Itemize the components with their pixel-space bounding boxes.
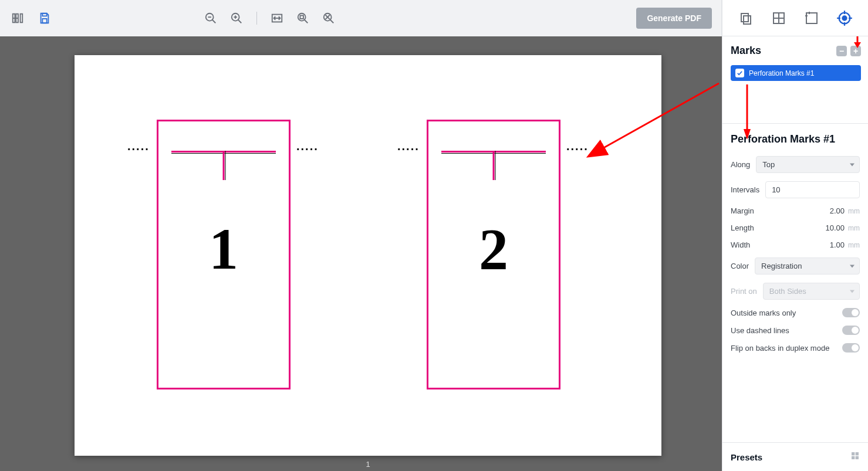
page-box-number: 1 [158, 215, 289, 283]
length-value[interactable]: 10.00 [821, 223, 845, 232]
perforation-dots: ..... [127, 140, 150, 153]
page-box-number: 2 [428, 215, 559, 283]
canvas-area[interactable]: ..... ..... ..... ..... 1 2 1 [0, 36, 722, 471]
page-number-label: 1 [75, 460, 661, 469]
sheet: ..... ..... ..... ..... 1 2 1 [75, 55, 661, 456]
remove-mark-button[interactable]: − [836, 46, 847, 56]
mark-item-label: Perforation Marks #1 [749, 69, 814, 77]
main-toolbar: Generate PDF [0, 0, 722, 36]
page-box: 2 [427, 120, 560, 389]
color-select[interactable]: Registration [755, 257, 860, 275]
presets-label: Presets [731, 452, 762, 462]
marks-panel-title: Marks [731, 45, 761, 57]
zoom-reset-icon[interactable] [320, 10, 337, 26]
svg-rect-28 [806, 13, 817, 23]
color-label: Color [731, 262, 749, 270]
along-label: Along [731, 160, 750, 169]
outside-toggle[interactable] [842, 308, 860, 317]
svg-point-32 [843, 16, 847, 20]
presets-section[interactable]: Presets [722, 442, 868, 471]
zoom-actual-icon[interactable] [295, 10, 311, 26]
flip-label: Flip on backs in duplex mode [731, 344, 829, 353]
save-icon[interactable] [36, 10, 53, 26]
svg-rect-5 [42, 19, 46, 23]
perforation-line-vertical [493, 151, 495, 180]
along-select[interactable]: Top [756, 156, 860, 173]
layout-tab-icon[interactable] [769, 9, 788, 28]
dashed-toggle[interactable] [842, 326, 860, 335]
marks-panel: Marks − + Perforation Marks #1 [722, 36, 868, 123]
svg-rect-39 [852, 456, 855, 459]
svg-rect-3 [21, 14, 23, 23]
svg-line-19 [330, 20, 334, 23]
width-value[interactable]: 1.00 [821, 240, 845, 249]
intervals-input[interactable]: 10 [765, 181, 860, 198]
perforation-dots: ..... [397, 140, 420, 153]
svg-rect-40 [856, 456, 859, 459]
print-on-select: Both Sides [763, 283, 860, 300]
outside-label: Outside marks only [731, 309, 796, 317]
add-mark-button[interactable]: + [850, 46, 861, 56]
length-unit: mm [848, 224, 860, 232]
mark-properties-panel: Perforation Marks #1 Along Top Intervals… [722, 124, 868, 442]
collate-icon[interactable] [9, 10, 26, 26]
mark-list-item[interactable]: Perforation Marks #1 [731, 65, 861, 81]
page-box: 1 [157, 120, 291, 389]
svg-rect-23 [741, 13, 748, 22]
width-unit: mm [848, 241, 860, 249]
print-on-label: Print on [731, 287, 757, 296]
svg-line-16 [305, 20, 308, 23]
zoom-in-icon[interactable] [228, 10, 245, 26]
dashed-label: Use dashed lines [731, 326, 789, 335]
svg-rect-37 [852, 452, 855, 455]
fit-width-icon[interactable] [269, 10, 285, 26]
width-label: Width [731, 240, 750, 249]
zoom-out-icon[interactable] [202, 10, 219, 26]
margin-label: Margin [731, 206, 754, 215]
margin-unit: mm [848, 207, 860, 215]
svg-rect-4 [42, 13, 46, 16]
perforation-dots: ..... [566, 140, 589, 153]
perforation-line-vertical [223, 151, 225, 180]
svg-rect-38 [856, 452, 859, 455]
length-label: Length [731, 223, 754, 232]
perforation-dots: ..... [296, 140, 319, 153]
generate-pdf-button[interactable]: Generate PDF [636, 8, 712, 29]
presets-grid-icon [850, 451, 860, 463]
properties-title: Perforation Marks #1 [731, 133, 860, 145]
svg-line-10 [238, 20, 242, 23]
pages-tab-icon[interactable] [737, 9, 755, 28]
margin-value[interactable]: 2.00 [821, 206, 845, 215]
svg-rect-24 [744, 16, 751, 24]
flip-toggle[interactable] [842, 343, 860, 353]
intervals-label: Intervals [731, 185, 759, 194]
right-sidebar: Marks − + Perforation Marks #1 Perforati… [722, 0, 868, 471]
marks-tab-icon[interactable] [835, 9, 854, 28]
svg-rect-17 [300, 15, 304, 19]
svg-line-7 [212, 20, 216, 23]
mark-checkbox[interactable] [735, 69, 744, 77]
bleed-tab-icon[interactable] [802, 9, 821, 28]
sidebar-tabs [722, 0, 868, 36]
svg-point-15 [298, 13, 306, 21]
